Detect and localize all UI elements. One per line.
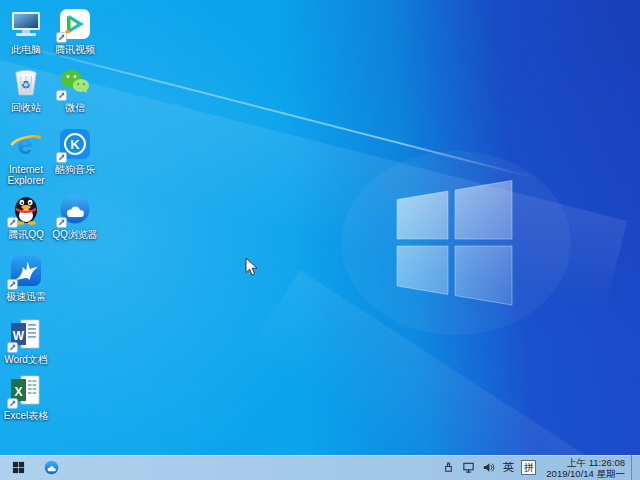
usb-icon[interactable]	[442, 461, 456, 475]
desktop-icon-tencent-qq[interactable]: 腾讯QQ	[0, 191, 53, 240]
shortcut-arrow-icon	[56, 152, 67, 163]
desktop-icon-internet-explorer[interactable]: eInternet Explorer	[0, 126, 53, 186]
taskbar: 英 拼 上午 11:26:08 2019/10/14 星期一	[0, 455, 640, 480]
ime-language-indicator[interactable]: 英	[502, 460, 516, 475]
desktop-icon-excel-sheet[interactable]: XExcel表格	[0, 372, 53, 421]
desktop-icon-tencent-video[interactable]: 腾讯视频	[48, 6, 102, 55]
recycle-bin-icon: ♻	[8, 64, 44, 100]
qq-browser-icon	[57, 191, 93, 227]
clock-date: 2019/10/14 星期一	[546, 468, 625, 479]
desktop: 此电脑腾讯视频♻回收站微信eInternet ExplorerK酷狗音乐腾讯QQ…	[0, 0, 640, 480]
desktop-icon-label: Internet Explorer	[0, 164, 53, 186]
desktop-icon-qq-browser[interactable]: QQ浏览器	[48, 191, 102, 240]
system-tray: 英 拼 上午 11:26:08 2019/10/14 星期一	[442, 455, 640, 480]
desktop-icon-this-pc[interactable]: 此电脑	[0, 6, 53, 55]
desktop-icon-label: 极速迅雷	[6, 291, 46, 302]
svg-text:W: W	[13, 329, 25, 343]
ime-mode-icon[interactable]: 拼	[521, 460, 536, 475]
kugou-music-icon: K	[57, 126, 93, 162]
taskbar-app-qq-browser[interactable]	[36, 455, 66, 480]
windows-start-icon	[12, 461, 25, 474]
desktop-icon-thunder[interactable]: 极速迅雷	[0, 253, 53, 302]
shortcut-arrow-icon	[56, 90, 67, 101]
taskbar-clock[interactable]: 上午 11:26:08 2019/10/14 星期一	[542, 457, 625, 479]
shortcut-arrow-icon	[56, 217, 67, 228]
volume-icon[interactable]	[482, 461, 496, 475]
start-button[interactable]	[0, 455, 36, 480]
wallpaper-light-ray-lower	[207, 270, 640, 480]
show-desktop-button[interactable]	[631, 455, 637, 480]
desktop-icon-label: Excel表格	[4, 410, 48, 421]
desktop-icon-label: 回收站	[11, 102, 41, 113]
taskbar-pinned-apps	[36, 455, 66, 480]
desktop-icon-label: Word文档	[4, 354, 48, 365]
shortcut-arrow-icon	[7, 217, 18, 228]
clock-time: 上午 11:26:08	[546, 457, 625, 468]
tencent-qq-icon	[8, 191, 44, 227]
desktop-icon-label: 微信	[65, 102, 85, 113]
excel-sheet-icon: X	[8, 372, 44, 408]
desktop-icon-recycle-bin[interactable]: ♻回收站	[0, 64, 53, 113]
mouse-cursor	[245, 257, 259, 277]
svg-text:e: e	[17, 129, 33, 160]
shortcut-arrow-icon	[7, 398, 18, 409]
svg-text:♻: ♻	[21, 79, 31, 92]
this-pc-icon	[8, 6, 44, 42]
word-doc-icon: W	[8, 316, 44, 352]
desktop-icon-wechat[interactable]: 微信	[48, 64, 102, 113]
wechat-icon	[57, 64, 93, 100]
network-icon[interactable]	[462, 461, 476, 475]
tencent-video-icon	[57, 6, 93, 42]
desktop-icon-label: 酷狗音乐	[55, 164, 95, 175]
desktop-icon-word-doc[interactable]: WWord文档	[0, 316, 53, 365]
desktop-icon-label: 此电脑	[11, 44, 41, 55]
desktop-icon-label: 腾讯视频	[55, 44, 95, 55]
desktop-icon-kugou-music[interactable]: K酷狗音乐	[48, 126, 102, 175]
svg-text:K: K	[70, 137, 80, 152]
desktop-icon-label: 腾讯QQ	[8, 229, 44, 240]
shortcut-arrow-icon	[56, 32, 67, 43]
desktop-icon-label: QQ浏览器	[52, 229, 98, 240]
shortcut-arrow-icon	[7, 279, 18, 290]
svg-text:X: X	[14, 385, 22, 399]
shortcut-arrow-icon	[7, 342, 18, 353]
thunder-icon	[8, 253, 44, 289]
internet-explorer-icon: e	[8, 126, 44, 162]
